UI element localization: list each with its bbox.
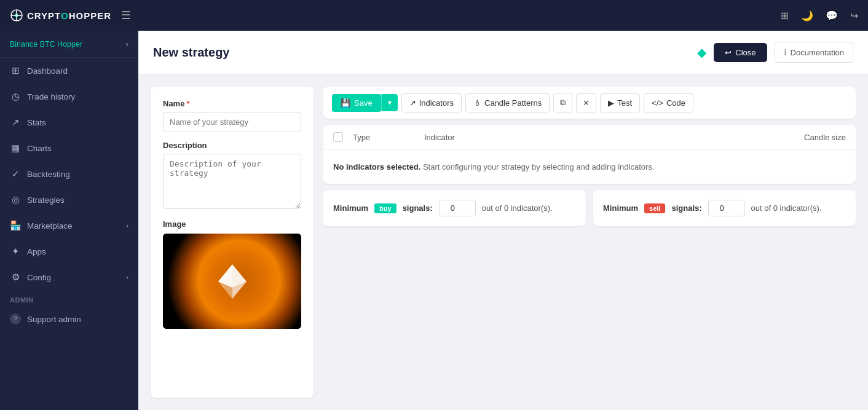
page-header-actions: ◆ ↩ Close ℹ Documentation — [697, 42, 853, 63]
logo-text: CRYPTOHOPPER — [27, 10, 111, 21]
indicator-table: Type Indicator Candle size No indicators… — [323, 125, 856, 184]
login-icon[interactable]: ↪ — [850, 10, 858, 22]
sidebar-item-charts[interactable]: ▦ Charts — [0, 135, 138, 161]
diamond-icon: ◆ — [697, 45, 706, 60]
left-panel: Name* Description Image — [151, 87, 314, 398]
col-candle-header: Candle size — [772, 133, 846, 142]
save-label: Save — [354, 98, 373, 108]
page-header: New strategy ◆ ↩ Close ℹ Documentation — [138, 31, 868, 74]
sidebar-hopper-arrow: › — [126, 39, 128, 49]
marketplace-icon: 🏪 — [10, 220, 21, 231]
chat-icon[interactable]: 💬 — [826, 10, 838, 22]
select-all-checkbox[interactable] — [333, 132, 343, 142]
candle-patterns-label: Candle Patterns — [484, 98, 542, 108]
buy-badge: buy — [374, 203, 397, 213]
sell-signals-input[interactable] — [708, 200, 745, 216]
sidebar-item-backtesting[interactable]: ✓ Backtesting — [0, 161, 138, 187]
svg-marker-6 — [218, 264, 232, 288]
image-label: Image — [163, 219, 301, 229]
sidebar-item-label: Apps — [27, 247, 46, 256]
strategy-toolbar: 💾 Save ▾ ↗ Indicators 🕯 Candle Patterns … — [323, 87, 856, 119]
candle-icon: 🕯 — [473, 98, 481, 108]
copy-button[interactable]: ⧉ — [553, 93, 572, 112]
code-label: Code — [666, 98, 685, 108]
stats-icon: ↗ — [10, 117, 21, 128]
right-panel: 💾 Save ▾ ↗ Indicators 🕯 Candle Patterns … — [323, 87, 856, 398]
test-button[interactable]: ▶ Test — [600, 93, 640, 112]
close-arrow-icon: ↩ — [725, 48, 732, 57]
sidebar-item-trade-history[interactable]: ◷ Trade history — [0, 84, 138, 109]
indicator-table-header: Type Indicator Candle size — [323, 125, 856, 150]
sidebar-item-label: Marketplace — [27, 221, 73, 231]
close-button[interactable]: ↩ Close — [714, 43, 767, 62]
logo: CRYPTOHOPPER — [10, 9, 111, 22]
indicators-label: Indicators — [419, 98, 454, 108]
sidebar-item-apps[interactable]: ✦ Apps — [0, 239, 138, 264]
buy-signal-card: Minimum buy signals: out of 0 indicator(… — [323, 190, 586, 226]
sell-out-of-text: out of 0 indicator(s). — [751, 203, 822, 213]
close-label: Close — [735, 48, 756, 57]
strategy-body: Name* Description Image — [138, 74, 868, 410]
indicator-table-body: No indicators selected. Start configurin… — [323, 150, 856, 184]
charts-icon: ▦ — [10, 143, 21, 154]
test-label: Test — [617, 98, 632, 108]
buy-minimum-label: Minimum — [333, 203, 368, 213]
sidebar-item-label: Charts — [27, 144, 52, 153]
save-button[interactable]: 💾 Save — [332, 94, 381, 112]
docs-icon: ℹ — [784, 47, 787, 57]
logo-icon — [10, 9, 23, 22]
moon-image — [163, 234, 301, 329]
indicators-icon: ↗ — [409, 98, 416, 108]
sidebar-item-marketplace[interactable]: 🏪 Marketplace › — [0, 213, 138, 239]
sidebar-item-label: Config — [27, 273, 51, 282]
sidebar-hopper-header[interactable]: Binance BTC Hopper › — [0, 31, 138, 58]
config-arrow: › — [126, 274, 128, 281]
description-label: Description — [163, 141, 301, 150]
sidebar-item-stats[interactable]: ↗ Stats — [0, 109, 138, 135]
sidebar-item-label: Strategies — [27, 195, 65, 205]
ethereum-logo — [217, 263, 248, 300]
dashboard-icon: ⊞ — [10, 65, 21, 76]
topnav-left: CRYPTOHOPPER ☰ — [10, 9, 131, 22]
documentation-button[interactable]: ℹ Documentation — [775, 42, 853, 63]
name-label: Name* — [163, 99, 301, 108]
description-textarea[interactable] — [163, 154, 301, 209]
sidebar-item-support-admin[interactable]: ? Support admin — [0, 306, 138, 332]
image-preview — [163, 234, 301, 329]
page-title: New strategy — [153, 45, 230, 60]
sidebar-hopper-label: Binance BTC Hopper — [10, 40, 82, 49]
col-indicator-header: Indicator — [424, 133, 762, 142]
test-play-icon: ▶ — [608, 98, 614, 108]
sell-badge: sell — [644, 203, 665, 213]
sidebar-item-label: Trade history — [27, 92, 75, 101]
moon-icon[interactable]: 🌙 — [801, 10, 813, 22]
sell-signal-card: Minimum sell signals: out of 0 indicator… — [593, 190, 856, 226]
delete-button[interactable]: ✕ — [576, 93, 596, 112]
sidebar-item-label: Dashboard — [27, 66, 68, 76]
save-dropdown-button[interactable]: ▾ — [381, 94, 398, 111]
backtesting-icon: ✓ — [10, 168, 21, 179]
indicators-button[interactable]: ↗ Indicators — [401, 93, 462, 112]
sidebar-item-strategies[interactable]: ◎ Strategies — [0, 187, 138, 213]
hamburger-button[interactable]: ☰ — [121, 9, 131, 22]
docs-label: Documentation — [791, 48, 844, 57]
buy-out-of-text: out of 0 indicator(s). — [482, 203, 553, 213]
buy-signals-input[interactable] — [439, 200, 476, 216]
sidebar-item-label: Backtesting — [27, 170, 70, 179]
admin-section-label: ADMIN — [0, 290, 138, 306]
code-button[interactable]: </> Code — [644, 93, 693, 112]
trade-history-icon: ◷ — [10, 91, 21, 102]
save-icon: 💾 — [341, 98, 350, 108]
grid-icon[interactable]: ⊞ — [781, 10, 789, 22]
buy-signals-label: signals: — [403, 203, 433, 213]
code-icon: </> — [652, 98, 663, 108]
no-indicators-bold: No indicators selected. — [333, 162, 420, 171]
support-admin-icon: ? — [10, 313, 21, 325]
sidebar-item-dashboard[interactable]: ⊞ Dashboard — [0, 58, 138, 84]
name-input[interactable] — [163, 112, 301, 132]
no-indicators-message: No indicators selected. Start configurin… — [333, 162, 846, 171]
sidebar-item-config[interactable]: ⚙ Config › — [0, 264, 138, 290]
no-indicators-text: Start configuring your strategy by selec… — [423, 162, 655, 171]
strategies-icon: ◎ — [10, 194, 21, 205]
candle-patterns-button[interactable]: 🕯 Candle Patterns — [465, 93, 550, 112]
